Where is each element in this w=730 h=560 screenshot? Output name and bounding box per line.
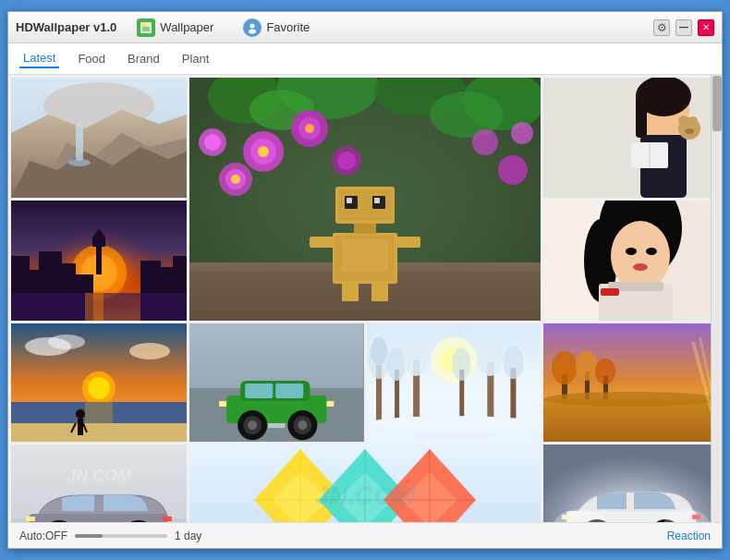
- svg-rect-43: [342, 239, 388, 272]
- main-window: HDWallpaper v1.0 Wallpaper Favorite ⚙ — …: [7, 11, 723, 549]
- titlebar: HDWallpaper v1.0 Wallpaper Favorite ⚙ — …: [8, 12, 722, 43]
- thumb-beach-sunset[interactable]: [11, 323, 187, 442]
- svg-point-2: [142, 23, 146, 27]
- svg-rect-52: [374, 198, 380, 203]
- svg-rect-169: [163, 517, 172, 521]
- svg-point-89: [611, 221, 670, 291]
- svg-point-20: [430, 91, 504, 138]
- svg-rect-58: [636, 96, 647, 138]
- svg-point-33: [204, 134, 221, 151]
- titlebar-controls: ⚙ — ✕: [653, 19, 714, 36]
- svg-rect-44: [310, 237, 334, 248]
- svg-point-134: [387, 347, 406, 381]
- tab-favorite-label: Favorite: [266, 20, 310, 34]
- svg-text:JN.COM: JN.COM: [315, 481, 417, 510]
- thumb-danbo-flowers[interactable]: [189, 78, 541, 321]
- svg-point-65: [685, 128, 694, 134]
- category-latest[interactable]: Latest: [19, 49, 59, 68]
- status-left: Auto:OFF 1 day: [19, 530, 201, 542]
- scrollbar[interactable]: [711, 75, 722, 522]
- svg-rect-105: [11, 423, 187, 442]
- settings-button[interactable]: ⚙: [653, 19, 670, 36]
- svg-point-106: [76, 409, 85, 419]
- svg-rect-81: [92, 237, 105, 247]
- close-button[interactable]: ✕: [698, 19, 714, 36]
- svg-point-93: [633, 263, 648, 271]
- grid-wrap: JN.COM: [8, 75, 711, 522]
- duration-label: 1 day: [175, 530, 201, 542]
- svg-point-124: [298, 420, 307, 430]
- category-brand[interactable]: Brand: [124, 50, 164, 67]
- svg-rect-118: [275, 383, 303, 398]
- svg-point-4: [250, 23, 255, 28]
- svg-rect-92: [601, 288, 619, 296]
- favorite-icon: [243, 18, 262, 37]
- svg-point-142: [503, 346, 523, 379]
- titlebar-left: HDWallpaper v1.0 Wallpaper Favorite: [16, 15, 319, 41]
- svg-rect-126: [219, 401, 226, 407]
- svg-rect-51: [347, 198, 352, 203]
- svg-text:JN.COM: JN.COM: [67, 467, 132, 485]
- app-title: HDWallpaper v1.0: [16, 20, 116, 34]
- thumb-white-mustang[interactable]: [543, 444, 711, 522]
- thumb-colorful-diamonds[interactable]: JN.COM: [189, 444, 541, 522]
- svg-point-12: [68, 159, 91, 166]
- thumb-girl-book[interactable]: [543, 78, 711, 198]
- reaction-button[interactable]: Reaction: [667, 530, 711, 542]
- svg-rect-125: [326, 401, 334, 407]
- svg-rect-168: [26, 517, 35, 521]
- svg-point-36: [511, 122, 533, 144]
- tab-wallpaper[interactable]: Wallpaper: [128, 15, 223, 41]
- thumb-luxury-car[interactable]: JN.COM: [11, 444, 187, 522]
- svg-point-149: [576, 351, 598, 381]
- statusbar: Auto:OFF 1 day Reaction: [8, 522, 722, 548]
- svg-point-136: [403, 332, 429, 376]
- svg-point-35: [498, 155, 528, 185]
- svg-point-98: [48, 335, 85, 349]
- svg-rect-40: [371, 281, 388, 301]
- tab-favorite[interactable]: Favorite: [234, 15, 319, 41]
- thumb-girl-portrait[interactable]: [543, 201, 711, 321]
- svg-rect-1: [142, 27, 150, 31]
- svg-point-94: [626, 248, 637, 255]
- category-food[interactable]: Food: [74, 50, 109, 67]
- progress-track: [75, 534, 167, 538]
- tab-wallpaper-label: Wallpaper: [160, 20, 213, 34]
- svg-point-138: [452, 347, 470, 381]
- svg-rect-161: [30, 514, 168, 522]
- thumb-winter-trees[interactable]: [367, 323, 541, 442]
- svg-rect-11: [76, 124, 83, 161]
- svg-rect-117: [245, 383, 273, 398]
- thumb-autumn-field[interactable]: [543, 323, 711, 442]
- category-plant[interactable]: Plant: [178, 50, 213, 67]
- svg-point-144: [367, 416, 541, 431]
- progress-fill: [75, 534, 103, 538]
- svg-point-101: [88, 377, 110, 399]
- main-body: JN.COM: [8, 75, 722, 522]
- svg-point-26: [305, 124, 314, 133]
- svg-point-34: [472, 129, 498, 155]
- thumb-rock-waterfall[interactable]: [11, 78, 187, 198]
- svg-point-63: [678, 116, 689, 127]
- svg-point-23: [258, 146, 269, 157]
- minimize-button[interactable]: —: [675, 19, 692, 36]
- svg-point-132: [371, 337, 387, 365]
- svg-rect-79: [85, 293, 103, 321]
- auto-status: Auto:OFF: [19, 530, 67, 542]
- svg-rect-80: [96, 242, 102, 274]
- svg-rect-45: [396, 237, 420, 248]
- svg-point-140: [477, 335, 503, 376]
- svg-point-5: [249, 29, 256, 33]
- category-bar: Latest Food Brand Plant: [8, 43, 722, 75]
- svg-point-147: [552, 351, 578, 384]
- thumb-city-sunset[interactable]: [11, 201, 187, 321]
- wallpaper-grid: JN.COM: [8, 75, 711, 522]
- wallpaper-icon: [137, 18, 155, 37]
- scrollbar-thumb[interactable]: [712, 76, 722, 131]
- svg-point-31: [337, 152, 356, 170]
- svg-point-99: [129, 343, 170, 359]
- svg-point-64: [688, 116, 698, 126]
- thumb-mid-row: [189, 323, 541, 442]
- svg-point-29: [231, 175, 240, 184]
- thumb-mustang-green[interactable]: [189, 323, 364, 442]
